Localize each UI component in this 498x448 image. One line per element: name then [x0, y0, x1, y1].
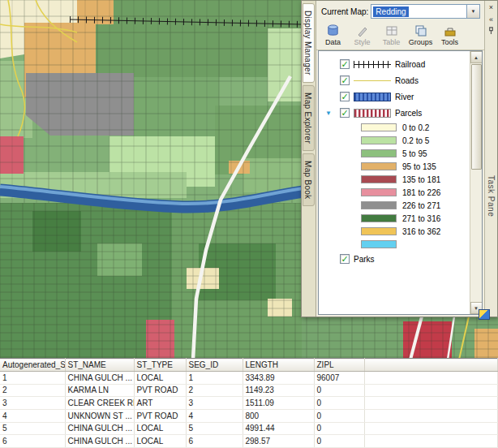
layer-row-river[interactable]: ✓River [319, 88, 482, 105]
style-button: Style [348, 23, 376, 47]
tool-label: Groups [409, 38, 433, 46]
table-cell: CHINA GULCH ... [65, 435, 134, 448]
tree-scrollbar[interactable]: ▲ ▼ [470, 51, 482, 314]
layer-checkbox[interactable]: ✓ [340, 92, 350, 101]
class-swatch [361, 175, 397, 183]
scroll-up-icon[interactable]: ▲ [470, 51, 483, 63]
column-header-st-type[interactable]: ST_TYPE [134, 359, 186, 372]
column-header-zipl[interactable]: ZIPL [314, 359, 364, 372]
table-cell: 0 [314, 422, 364, 435]
theme-class-row[interactable]: 226 to 271 [319, 199, 482, 212]
expand-arrow-icon[interactable]: ▼ [325, 110, 332, 117]
pin-icon[interactable] [486, 27, 496, 37]
layer-row-railroad[interactable]: ✓Railroad [319, 56, 482, 72]
data-button[interactable]: Data [319, 23, 347, 47]
table-row[interactable]: 5CHINA GULCH ...LOCAL54991.440 [0, 422, 498, 435]
class-swatch [361, 123, 397, 131]
class-label: 135 to 181 [402, 175, 440, 184]
layer-checkbox[interactable]: ✓ [340, 75, 350, 85]
table-body: 1CHINA GULCH ...LOCAL13343.89960072KARMA… [0, 372, 498, 448]
theme-class-row[interactable]: 0 to 0.2 [319, 121, 482, 134]
column-header-st-name[interactable]: ST_NAME [65, 359, 134, 372]
theme-class-row[interactable]: 135 to 181 [319, 173, 482, 186]
tool-label: Tools [441, 38, 458, 46]
parcels-symbol-icon [354, 109, 391, 118]
layer-tree: ✓Railroad✓Roads✓River▼✓Parcels0 to 0.20.… [318, 50, 483, 315]
class-swatch [361, 214, 397, 222]
display-manager-toolbar: DataStyleTableGroupsTools [316, 21, 484, 50]
table-cell: 96007 [314, 372, 364, 385]
tool-label: Table [383, 38, 401, 46]
class-label: 226 to 271 [402, 201, 440, 210]
table-cell: CHINA GULCH ... [65, 372, 134, 385]
theme-class-row[interactable]: 0.2 to 5 [319, 134, 482, 147]
layer-label: Railroad [395, 60, 425, 69]
class-label: 95 to 135 [402, 162, 436, 171]
table-cell: 1511.09 [243, 397, 314, 410]
display-manager-panel: Current Map: Redding ▼ DataStyleTableGro… [316, 1, 484, 317]
task-pane-title-strip: × « Task Pane [484, 1, 497, 317]
table-cell-filler [364, 384, 498, 397]
railroad-symbol-icon [354, 61, 391, 68]
column-header-seg-id[interactable]: SEG_ID [186, 359, 243, 372]
table-cell: LOCAL [134, 435, 186, 448]
table-cell: 5 [186, 422, 243, 435]
tools-button[interactable]: Tools [436, 23, 464, 47]
layer-label: Parks [354, 255, 375, 264]
dropdown-arrow-icon[interactable]: ▼ [466, 5, 479, 18]
theme-class-row[interactable]: 316 to 362 [319, 225, 482, 238]
table-cell-filler [364, 397, 498, 410]
table-row[interactable]: 4UNKNOWN ST ...PVT ROAD48000 [0, 409, 498, 422]
layer-checkbox[interactable]: ✓ [340, 59, 350, 69]
layer-checkbox[interactable]: ✓ [340, 254, 350, 264]
table-cell: 1149.23 [243, 384, 314, 397]
table-cell: LOCAL [134, 422, 186, 435]
groups-button[interactable]: Groups [406, 23, 435, 47]
task-pane: Display ManagerMap ExplorerMap Book Curr… [301, 0, 498, 317]
close-button[interactable]: × [486, 2, 496, 13]
layer-row-roads[interactable]: ✓Roads [319, 72, 482, 88]
table-cell: UNKNOWN ST ... [65, 409, 134, 422]
tab-map-explorer[interactable]: Map Explorer [303, 85, 315, 151]
table-row[interactable]: 3CLEAR CREEK RDART31511.090 [0, 397, 498, 410]
tab-display-manager[interactable]: Display Manager [303, 3, 315, 83]
class-label: 181 to 226 [402, 188, 440, 197]
column-header-autogenerated-s[interactable]: Autogenerated_S [0, 359, 65, 372]
layer-label: River [395, 93, 414, 101]
theme-class-row[interactable] [319, 238, 482, 251]
groups-icon [414, 24, 427, 37]
theme-class-row[interactable]: 271 to 316 [319, 212, 482, 225]
table-cell: 0 [314, 397, 364, 410]
column-header-length[interactable]: LENGTH [243, 359, 314, 372]
style-icon [356, 24, 369, 37]
tool-label: Style [354, 38, 370, 46]
tab-map-book[interactable]: Map Book [303, 153, 315, 206]
table-row[interactable]: 1CHINA GULCH ...LOCAL13343.8996007 [0, 372, 498, 385]
table-cell: 800 [243, 409, 314, 422]
table-cell: 2 [0, 384, 65, 397]
layer-label: Roads [395, 76, 419, 85]
table-cell: 5 [0, 422, 65, 435]
class-swatch [361, 240, 397, 248]
theme-class-row[interactable]: 181 to 226 [319, 186, 482, 199]
autohide-button[interactable]: « [486, 15, 496, 25]
table-cell: 4991.44 [243, 422, 314, 435]
current-map-dropdown[interactable]: Redding ▼ [371, 4, 480, 19]
scrollbar-thumb[interactable] [471, 64, 482, 170]
table-cell: 0 [314, 384, 364, 397]
theme-class-row[interactable]: 95 to 135 [319, 160, 482, 173]
layer-checkbox[interactable]: ✓ [340, 108, 350, 118]
layer-row-parks[interactable]: ✓Parks [319, 251, 482, 267]
table-cell: 298.57 [243, 435, 314, 448]
table-cell: CHINA GULCH ... [65, 422, 134, 435]
table-row[interactable]: 6CHINA GULCH ...LOCAL6298.570 [0, 435, 498, 448]
table-cell: 0 [314, 409, 364, 422]
class-swatch [361, 149, 397, 157]
theme-class-row[interactable]: 5 to 95 [319, 147, 482, 160]
table-row[interactable]: 2KARMA LNPVT ROAD21149.230 [0, 384, 498, 397]
class-swatch [361, 136, 397, 144]
layer-row-parcels[interactable]: ▼✓Parcels [319, 105, 482, 121]
table-cell: PVT ROAD [134, 384, 186, 397]
map-locator-icon [479, 309, 490, 320]
table-cell: CLEAR CREEK RD [65, 397, 134, 410]
